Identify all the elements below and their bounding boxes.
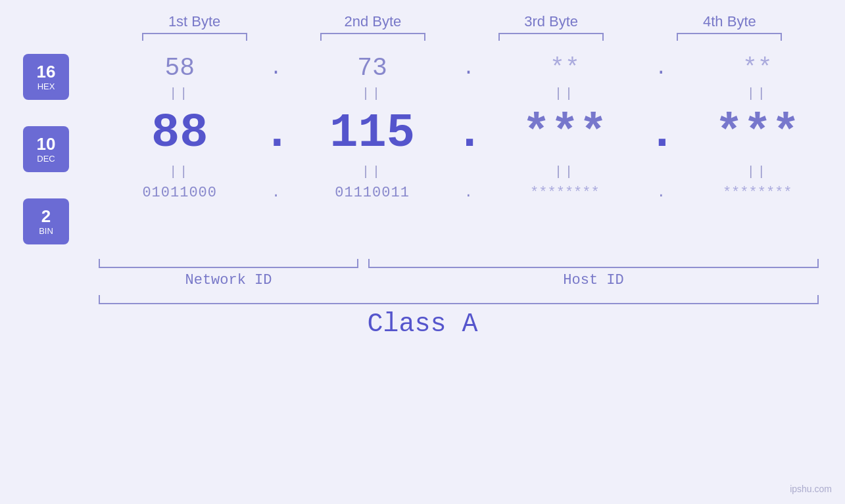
dec-badge: 10 DEC	[23, 126, 69, 172]
bottom-bracket-container	[92, 259, 819, 268]
eq-b4: ||	[692, 86, 823, 101]
bracket-b1	[129, 33, 260, 41]
bin-dot-2: .	[455, 185, 481, 201]
badges-column: 16 HEX 10 DEC 2 BIN	[0, 47, 92, 251]
main-container: 1st Byte 2nd Byte 3rd Byte 4th Byte 16 H…	[0, 0, 845, 504]
bracket-b3	[485, 33, 617, 41]
hex-badge-num: 16	[37, 62, 56, 81]
host-bracket	[368, 259, 819, 268]
id-labels-row: Network ID Host ID	[92, 272, 819, 288]
byte-1-header: 1st Byte	[129, 13, 260, 30]
eq-b2: ||	[306, 86, 438, 101]
eq2-b2: ||	[306, 164, 438, 179]
dec-b1: 88	[114, 110, 245, 157]
dec-badge-label: DEC	[37, 154, 55, 164]
bin-values-row: 01011000 . 01110011 . ******** .	[92, 185, 845, 201]
bin-dot-1: .	[263, 185, 289, 201]
eq2-b1: ||	[114, 164, 245, 179]
host-id-label: Host ID	[368, 272, 819, 288]
bin-b3: ********	[499, 185, 631, 201]
bin-badge-num: 2	[41, 207, 51, 226]
hex-b3: **	[499, 54, 631, 82]
main-data-area: 16 HEX 10 DEC 2 BIN 58 .	[0, 47, 845, 251]
bracket-b4	[664, 33, 795, 41]
dec-badge-num: 10	[37, 135, 56, 154]
full-bracket-line	[99, 295, 819, 304]
hex-badge: 16 HEX	[23, 54, 69, 100]
equals-row-2: || || || ||	[92, 163, 845, 181]
values-grid: 58 . 73 . ** . **	[92, 47, 845, 251]
bin-badge-label: BIN	[39, 226, 53, 236]
hex-b4: **	[692, 54, 823, 82]
dec-b2: 115	[306, 110, 438, 157]
hex-dot-2: .	[455, 57, 481, 80]
hex-badge-label: HEX	[37, 81, 55, 91]
hex-dot-1: .	[263, 57, 289, 80]
network-id-label: Network ID	[99, 272, 358, 288]
dec-b3: ***	[499, 106, 631, 160]
eq2-b3: ||	[499, 164, 631, 179]
dec-dot-1: .	[263, 106, 289, 160]
eq-b1: ||	[114, 86, 245, 101]
class-label: Class A	[0, 309, 845, 339]
hex-values-row: 58 . 73 . ** . **	[92, 54, 845, 82]
dec-dot-3: .	[648, 106, 674, 160]
eq2-b4: ||	[692, 164, 823, 179]
hex-b2: 73	[306, 54, 438, 82]
hex-dot-3: .	[648, 57, 674, 80]
bin-b2: 01110011	[306, 185, 438, 201]
bottom-section: Network ID Host ID	[0, 259, 845, 288]
equals-row-1: || || || ||	[92, 85, 845, 103]
dec-dot-2: .	[455, 106, 481, 160]
dec-values-row: 88 . 115 . *** . ***	[92, 106, 845, 160]
byte-headers-row: 1st Byte 2nd Byte 3rd Byte 4th Byte	[0, 13, 845, 30]
bin-b1: 01011000	[114, 185, 245, 201]
full-bracket-area	[0, 295, 845, 304]
bracket-b2	[307, 33, 439, 41]
byte-4-header: 4th Byte	[664, 13, 795, 30]
hex-b1: 58	[114, 54, 245, 82]
network-bracket	[99, 259, 358, 268]
bin-dot-3: .	[648, 185, 674, 201]
byte-3-header: 3rd Byte	[485, 13, 617, 30]
eq-b3: ||	[499, 86, 631, 101]
bin-b4: ********	[692, 185, 823, 201]
watermark: ipshu.com	[790, 484, 832, 494]
top-brackets	[0, 33, 845, 41]
bin-badge: 2 BIN	[23, 198, 69, 244]
byte-2-header: 2nd Byte	[307, 13, 439, 30]
dec-b4: ***	[692, 106, 823, 160]
